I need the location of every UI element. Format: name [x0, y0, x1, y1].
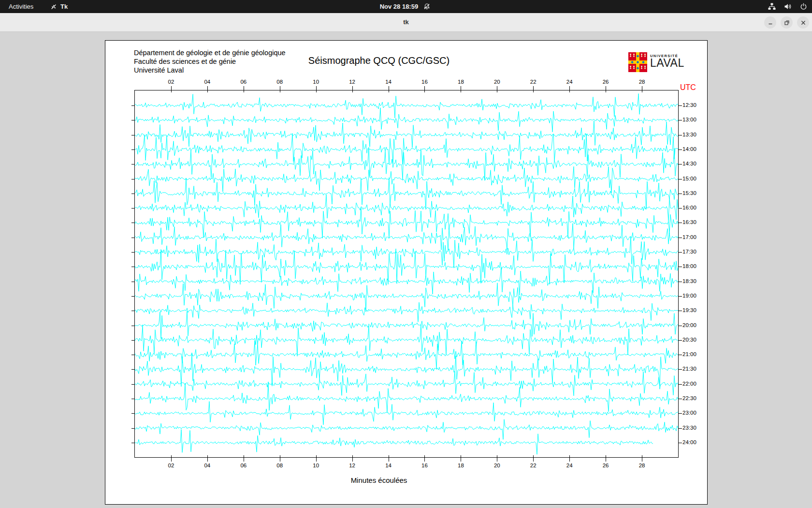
row-tick-left — [131, 164, 135, 164]
row-tick-left — [131, 311, 135, 311]
row-tick-left — [131, 282, 135, 282]
minimize-button[interactable] — [764, 16, 776, 29]
time-label: 12:30 — [682, 102, 696, 108]
logo-laval-text: LAVAL — [650, 58, 684, 68]
row-tick-left — [131, 384, 135, 385]
row-tick-left — [131, 149, 135, 150]
time-label: 19:30 — [682, 307, 696, 313]
x-tick-label-bottom: 22 — [526, 463, 540, 468]
time-label: 17:00 — [682, 234, 696, 240]
row-tick-right — [678, 326, 682, 326]
row-tick-left — [131, 267, 135, 267]
x-tick-label-bottom: 28 — [635, 463, 649, 468]
time-label: 21:30 — [682, 366, 696, 372]
x-tick-label-bottom: 16 — [417, 463, 432, 468]
time-label: 24:00 — [682, 439, 696, 445]
focused-app-menu[interactable]: Tk — [50, 0, 68, 13]
row-tick-left — [131, 238, 135, 238]
trace-row — [135, 108, 678, 132]
row-tick-left — [131, 252, 135, 253]
row-tick-right — [678, 223, 682, 223]
x-axis-title: Minutes écoulées — [331, 476, 427, 484]
row-tick-right — [678, 399, 682, 399]
x-tick-label-top: 04 — [200, 79, 215, 85]
row-tick-right — [678, 428, 682, 429]
activities-button[interactable]: Activities — [6, 0, 36, 13]
x-tick-label-bottom: 10 — [309, 463, 323, 468]
time-label: 20:30 — [682, 337, 696, 343]
network-icon — [768, 3, 776, 10]
time-label: 22:00 — [682, 381, 696, 387]
row-tick-left — [131, 399, 135, 399]
window-title-bar: tk — [0, 13, 812, 32]
time-label: 14:30 — [682, 161, 696, 166]
trace-row — [135, 383, 678, 413]
row-tick-left — [131, 413, 135, 414]
row-tick-left — [131, 208, 135, 209]
laval-shield-icon — [628, 52, 647, 74]
universite-laval-logo: UNIVERSITÉ LAVAL — [628, 52, 684, 74]
trace-row — [135, 236, 678, 268]
plot-title: Séismographe QCQ (CGC/GSC) — [297, 55, 461, 66]
trace-row — [135, 311, 678, 339]
x-tick-label-top: 22 — [526, 79, 540, 85]
time-label: 20:00 — [682, 322, 696, 328]
helicorder-plot: 0202040406060808101012121414161618182020… — [134, 90, 679, 458]
trace-row — [135, 208, 678, 239]
row-tick-right — [678, 443, 682, 443]
system-status-area[interactable] — [768, 0, 807, 13]
x-tick-label-top: 20 — [490, 79, 504, 85]
row-tick-right — [678, 296, 682, 297]
header-line-faculte: Faculté des sciences et de génie — [134, 57, 286, 66]
focused-app-name: Tk — [60, 3, 68, 10]
x-tick-label-bottom: 20 — [490, 463, 504, 468]
time-label: 23:30 — [682, 425, 696, 431]
time-label: 21:00 — [682, 351, 696, 357]
row-tick-right — [678, 120, 682, 120]
row-tick-right — [678, 267, 682, 267]
clock-menu[interactable]: Nov 28 18:59 — [380, 0, 431, 13]
row-tick-left — [131, 340, 135, 341]
x-tick-label-top: 28 — [635, 79, 649, 85]
volume-icon — [784, 3, 792, 10]
trace-row — [135, 419, 678, 440]
close-button[interactable] — [797, 16, 809, 29]
trace-row — [135, 134, 678, 164]
time-label: 15:00 — [682, 176, 696, 181]
x-tick-label-top: 16 — [417, 79, 432, 85]
trace-row — [135, 325, 678, 357]
x-tick-label-bottom: 04 — [200, 463, 215, 468]
x-tick-label-bottom: 14 — [381, 463, 396, 468]
x-tick-label-bottom: 26 — [598, 463, 613, 468]
header-line-departement: Département de géologie et de génie géol… — [134, 48, 286, 57]
x-tick-label-top: 02 — [164, 79, 178, 85]
time-label: 13:30 — [682, 132, 696, 137]
row-tick-right — [678, 194, 682, 194]
row-tick-left — [131, 194, 135, 194]
x-tick-label-top: 12 — [345, 79, 360, 85]
row-tick-right — [678, 208, 682, 209]
x-tick-label-bottom: 24 — [562, 463, 577, 468]
row-tick-left — [131, 428, 135, 429]
header-line-universite: Université Laval — [134, 66, 286, 75]
minimize-icon — [768, 20, 773, 26]
row-tick-right — [678, 135, 682, 135]
power-icon — [800, 3, 807, 10]
time-label: 16:30 — [682, 219, 696, 225]
row-tick-right — [678, 384, 682, 385]
gnome-top-bar: Activities Tk Nov 28 18:59 — [0, 0, 812, 13]
row-tick-right — [678, 252, 682, 253]
trace-row — [135, 302, 678, 322]
time-label: 22:30 — [682, 395, 696, 401]
x-tick-label-bottom: 06 — [236, 463, 251, 468]
seismograph-canvas: Département de géologie et de génie géol… — [105, 40, 708, 505]
time-label: 17:30 — [682, 249, 696, 254]
row-tick-right — [678, 340, 682, 341]
row-tick-left — [131, 105, 135, 106]
trace-row — [135, 341, 678, 369]
trace-row — [135, 283, 678, 311]
row-tick-left — [131, 296, 135, 297]
restore-button[interactable] — [781, 16, 793, 29]
restore-icon — [784, 20, 790, 26]
time-label: 19:00 — [682, 293, 696, 299]
